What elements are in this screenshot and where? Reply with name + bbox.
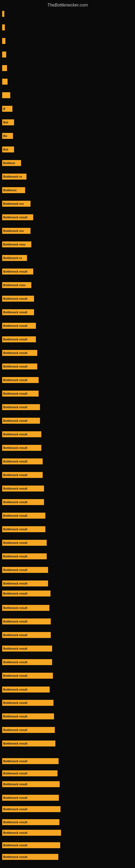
- bar: Bottleneck resu: [2, 241, 31, 247]
- bar: Bottlenec: [2, 187, 25, 193]
- bar-label: Bottleneck result: [3, 324, 27, 328]
- bar: Bottleneck result: [2, 567, 48, 573]
- bar-label: Bottleneck result: [3, 855, 27, 859]
- bar-label: Bottleneck result: [3, 216, 27, 219]
- bar-item: Bottleneck result: [2, 758, 58, 764]
- bar-item: Bottleneck result: [2, 795, 59, 801]
- bar: Bottleneck result: [2, 458, 43, 464]
- bar-item: Bottleneck result: [2, 404, 40, 410]
- bar-item: Bottleneck result: [2, 819, 59, 825]
- bar-label: Bottleneck result: [3, 541, 27, 545]
- bar-item: Bottleneck result: [2, 472, 43, 478]
- bar-item: Bottleneck result: [2, 377, 39, 383]
- bar-item: Bottleneck result: [2, 741, 55, 746]
- bar: Bottleneck result: [2, 431, 41, 437]
- bar-item: Bottleneck re: [2, 174, 27, 180]
- bar-label: Bottleneck result: [3, 701, 27, 705]
- bar-label: Bottleneck result: [3, 365, 27, 368]
- bar-item: Bottleneck result: [2, 486, 44, 492]
- bar: Bottleneck result: [2, 854, 58, 860]
- bar-item: [2, 38, 5, 44]
- bar-item: [2, 79, 8, 85]
- bar-item: Bottleneck res: [2, 201, 31, 207]
- bar: Bottleneck result: [2, 472, 43, 478]
- bar-item: Bottleneck result: [2, 540, 47, 546]
- bar-item: Bottleneck result: [2, 553, 47, 559]
- bar-item: Bottleneck resu: [2, 241, 31, 247]
- bar-item: [2, 92, 10, 98]
- bar-item: Bottleneck result: [2, 567, 48, 573]
- bar: Bottleneck result: [2, 553, 47, 559]
- bar-label: Bottleneck result: [3, 592, 27, 595]
- bar: Bottleneck result: [2, 713, 54, 719]
- bar-label: Bottleneck result: [3, 311, 27, 314]
- bar-label: Bottleneck result: [3, 473, 27, 476]
- bar: Bottleneck res: [2, 201, 31, 207]
- bar-item: Bottleneck result: [2, 323, 36, 329]
- bar-label: Bottleneck res: [3, 229, 24, 232]
- bar-label: Bottleneck result: [3, 487, 27, 490]
- bar: B: [2, 106, 12, 112]
- bar-item: Bottleneck result: [2, 806, 60, 812]
- bar-label: Bottleneck result: [3, 647, 27, 650]
- bar: Bottleneck result: [2, 605, 49, 611]
- bar: Bottleneck result: [2, 700, 53, 706]
- bar: Bottleneck result: [2, 830, 61, 836]
- bar-item: Bottleneck result: [2, 214, 33, 220]
- bar-label: Bottleneck result: [3, 338, 27, 341]
- bar-label: Bottleneck result: [3, 660, 27, 664]
- bar-item: Bottleneck result: [2, 605, 49, 611]
- bar-label: Bo: [3, 134, 7, 137]
- bar: Bottleneck result: [2, 377, 39, 383]
- bar: Bottleneck result: [2, 842, 60, 848]
- bar-label: Bottleneck result: [3, 351, 27, 354]
- bar: Bottleneck result: [2, 618, 51, 624]
- bar: Bottleneck result: [2, 590, 50, 596]
- bar-item: Bot: [2, 119, 14, 125]
- bar: Bottleneck result: [2, 214, 33, 220]
- bar: Bottleneck result: [2, 795, 59, 801]
- bar-item: Bottleneck result: [2, 513, 45, 519]
- bar: [2, 52, 6, 58]
- bar-label: Bottleneck result: [3, 760, 27, 763]
- bar: Bottleneck result: [2, 646, 52, 652]
- bar-label: Bot: [3, 148, 8, 151]
- bar-label: Bot: [3, 121, 8, 124]
- bar: Bot: [2, 147, 14, 152]
- bar-item: Bottleneck result: [2, 336, 36, 342]
- bar-label: Bottleneck result: [3, 796, 27, 799]
- bar-item: Bottleneck result: [2, 700, 53, 706]
- bar-label: Bottleneck result: [3, 831, 27, 834]
- bar-label: Bottleneck result: [3, 270, 27, 273]
- bar-label: Bottlene: [3, 161, 15, 165]
- bar-label: Bottleneck result: [3, 378, 27, 382]
- bar-label: Bottleneck result: [3, 807, 27, 811]
- bar-label: Bottleneck res: [3, 202, 24, 205]
- bar-label: Bottleneck re: [3, 256, 22, 259]
- bar: Bottleneck result: [2, 781, 60, 787]
- bar-label: Bottleneck result: [3, 568, 27, 571]
- bar: Bottleneck result: [2, 806, 60, 812]
- bar-item: Bottleneck re: [2, 255, 27, 261]
- bar-item: Bottleneck result: [2, 499, 44, 505]
- bar: Bottleneck result: [2, 819, 59, 825]
- bar: Bot: [2, 119, 14, 125]
- bar-item: Bottleneck result: [2, 727, 55, 733]
- bar: [2, 65, 7, 71]
- bar: Bottleneck result: [2, 727, 55, 733]
- bar: Bottleneck result: [2, 445, 41, 451]
- bar-label: Bottleneck result: [3, 606, 27, 610]
- bar-label: Bottleneck result: [3, 844, 27, 847]
- bar-label: Bottleneck result: [3, 728, 27, 732]
- bar-item: Bottleneck result: [2, 431, 41, 437]
- bar: Bottlene: [2, 160, 21, 166]
- bar: Bottleneck result: [2, 686, 50, 692]
- site-title: TheBottlenecker.com: [0, 0, 135, 9]
- bar: Bottleneck result: [2, 404, 40, 410]
- bar-label: Bottleneck result: [3, 772, 27, 775]
- bar-item: Bottlene: [2, 160, 21, 166]
- bar: Bottleneck result: [2, 323, 36, 329]
- bar-label: Bottleneck resu: [3, 243, 26, 246]
- bar-label: Bottleneck result: [3, 419, 27, 422]
- bar-item: Bottleneck result: [2, 781, 60, 787]
